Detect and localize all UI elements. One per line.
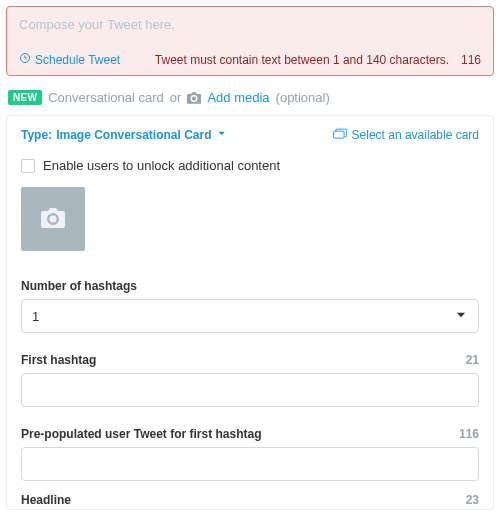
chevron-down-icon: [216, 128, 227, 142]
compose-status: Tweet must contain text between 1 and 14…: [155, 53, 481, 67]
camera-icon: [187, 92, 201, 104]
select-available-card-link[interactable]: Select an available card: [333, 128, 479, 142]
headline-label: Headline: [21, 493, 71, 507]
camera-icon: [41, 208, 65, 231]
compose-footer: Schedule Tweet Tweet must contain text b…: [19, 52, 481, 67]
card-stack-icon: [333, 128, 347, 142]
add-media-link[interactable]: Add media: [207, 90, 269, 105]
card-panel: Type: Image Conversational Card Select a…: [6, 115, 494, 510]
char-count: 116: [461, 53, 481, 67]
prepop-input[interactable]: [21, 447, 479, 481]
headline-label-row: Headline 23: [21, 493, 479, 507]
card-header: Type: Image Conversational Card Select a…: [21, 128, 479, 142]
new-badge: NEW: [8, 90, 42, 105]
compose-input[interactable]: Compose your Tweet here.: [19, 17, 481, 52]
type-prefix: Type:: [21, 128, 52, 142]
prepop-count: 116: [459, 427, 479, 441]
enable-unlock-label: Enable users to unlock additional conten…: [43, 158, 280, 173]
select-available-label: Select an available card: [352, 128, 479, 142]
num-hashtags-value: 1: [32, 309, 39, 324]
first-hashtag-count: 21: [466, 353, 479, 367]
first-hashtag-input[interactable]: [21, 373, 479, 407]
card-type-selector[interactable]: Type: Image Conversational Card: [21, 128, 227, 142]
headline-count: 23: [466, 493, 479, 507]
clock-icon: [19, 52, 31, 67]
chevron-down-icon: [454, 308, 468, 325]
image-upload-button[interactable]: [21, 187, 85, 251]
optional-text: (optional): [276, 90, 330, 105]
prepop-label: Pre-populated user Tweet for first hasht…: [21, 427, 261, 441]
or-text: or: [170, 90, 182, 105]
compose-box: Compose your Tweet here. Schedule Tweet …: [6, 6, 494, 76]
first-hashtag-label: First hashtag: [21, 353, 96, 367]
enable-unlock-row[interactable]: Enable users to unlock additional conten…: [21, 158, 479, 173]
svg-rect-1: [333, 131, 344, 138]
enable-unlock-checkbox[interactable]: [21, 159, 35, 173]
schedule-label: Schedule Tweet: [35, 53, 120, 67]
media-options-row: NEW Conversational card or Add media (op…: [0, 90, 500, 115]
num-hashtags-select[interactable]: 1: [21, 299, 479, 333]
schedule-tweet-link[interactable]: Schedule Tweet: [19, 52, 120, 67]
num-hashtags-label: Number of hashtags: [21, 279, 137, 293]
prepop-label-row: Pre-populated user Tweet for first hasht…: [21, 427, 479, 441]
conversational-card-label: Conversational card: [48, 90, 164, 105]
compose-error: Tweet must contain text between 1 and 14…: [155, 53, 449, 67]
num-hashtags-label-row: Number of hashtags: [21, 279, 479, 293]
type-value: Image Conversational Card: [56, 128, 211, 142]
first-hashtag-label-row: First hashtag 21: [21, 353, 479, 367]
